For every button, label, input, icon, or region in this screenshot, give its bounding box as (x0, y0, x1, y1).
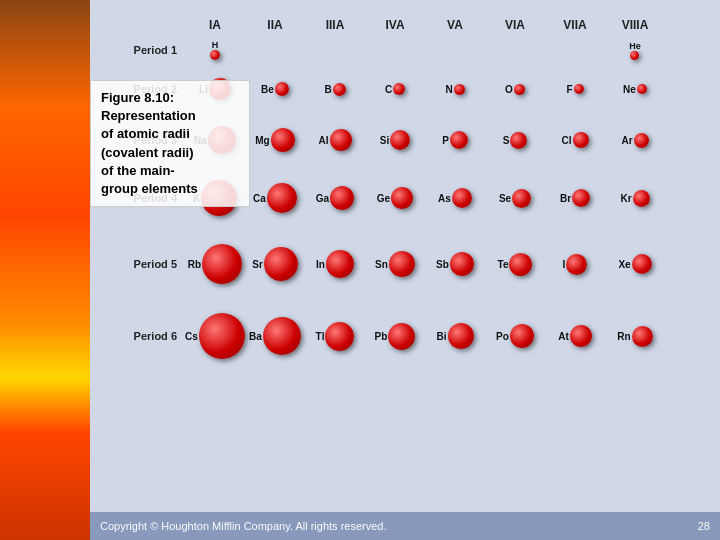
col-header-IIA: IIA (245, 18, 305, 32)
cell-p5-c4: Sb (425, 230, 485, 298)
period-row-1: Period 1HHe (110, 36, 710, 64)
col-headers-row: IAIIAIIIAIVAVAVIAVIIAVIIIA (185, 18, 710, 32)
period-row-6: Period 6CsBaTlPbBiPoAtRn (110, 300, 710, 372)
elem-sym-Mg: Mg (255, 135, 269, 146)
elem-wrapper-In: In (316, 250, 354, 278)
atom-Pb (388, 323, 415, 350)
elem-top-label-H: H (212, 40, 219, 50)
elem-sym-Ga: Ga (316, 193, 329, 204)
elem-sym-Be: Be (261, 84, 274, 95)
elem-wrapper-Ge: Ge (377, 187, 413, 209)
elem-sym-Ne: Ne (623, 84, 636, 95)
elem-wrapper-H: H (210, 40, 220, 60)
elem-wrapper-O: O (505, 84, 525, 95)
cell-p6-c5: Po (485, 300, 545, 372)
caption-line1: Representation (101, 108, 196, 123)
elem-sym-C: C (385, 84, 392, 95)
elem-wrapper-Br: Br (560, 189, 590, 207)
cell-p6-c6: At (545, 300, 605, 372)
elem-sym-As: As (438, 193, 451, 204)
elem-sym-I: I (563, 259, 566, 270)
elem-wrapper-I: I (563, 254, 588, 275)
cell-p2-c2: B (305, 66, 365, 112)
cell-p1-c0: H (185, 36, 245, 64)
elem-wrapper-Al: Al (319, 129, 352, 151)
cell-p6-c7: Rn (605, 300, 665, 372)
elem-wrapper-Te: Te (498, 253, 533, 276)
atom-Al (330, 129, 352, 151)
cell-p3-c6: Cl (545, 114, 605, 166)
atom-In (326, 250, 354, 278)
elem-sym-In: In (316, 259, 325, 270)
caption-line2: of atomic radii (101, 126, 190, 141)
elem-wrapper-S: S (503, 132, 528, 149)
elem-sym-Rb: Rb (188, 259, 201, 270)
elem-sym-Pb: Pb (375, 331, 388, 342)
elem-wrapper-Pb: Pb (375, 323, 416, 350)
footer: Copyright © Houghton Mifflin Company. Al… (90, 512, 720, 540)
elem-wrapper-Ar: Ar (621, 133, 648, 148)
elem-sym-Ge: Ge (377, 193, 390, 204)
elem-sym-Xe: Xe (618, 259, 630, 270)
cell-p3-c4: P (425, 114, 485, 166)
atom-Ba (263, 317, 301, 355)
copyright-text: Copyright © Houghton Mifflin Company. Al… (100, 520, 387, 532)
cell-p2-c6: F (545, 66, 605, 112)
elem-wrapper-Cl: Cl (562, 132, 589, 148)
atom-Ca (267, 183, 297, 213)
col-header-VA: VA (425, 18, 485, 32)
cell-p2-c7: Ne (605, 66, 665, 112)
atom-Kr (633, 190, 650, 207)
cell-p2-c1: Be (245, 66, 305, 112)
col-header-VIA: VIA (485, 18, 545, 32)
elem-wrapper-C: C (385, 83, 405, 95)
atom-Rn (632, 326, 653, 347)
elem-sym-P: P (442, 135, 449, 146)
elem-sym-Po: Po (496, 331, 509, 342)
elem-wrapper-Rn: Rn (617, 326, 652, 347)
cell-p3-c7: Ar (605, 114, 665, 166)
atom-Cs (199, 313, 245, 359)
elem-wrapper-He: He (629, 41, 641, 60)
elem-wrapper-Bi: Bi (437, 323, 474, 349)
elem-sym-Se: Se (499, 193, 511, 204)
atom-Ga (330, 186, 354, 210)
elem-wrapper-Se: Se (499, 189, 531, 208)
atom-Se (512, 189, 531, 208)
cell-p4-c4: As (425, 168, 485, 228)
elem-wrapper-Si: Si (380, 130, 410, 150)
cell-p5-c1: Sr (245, 230, 305, 298)
period-label-1: Period 1 (110, 44, 185, 56)
atom-As (452, 188, 472, 208)
elem-sym-Kr: Kr (620, 193, 631, 204)
elem-sym-Sb: Sb (436, 259, 449, 270)
cell-p3-c3: Si (365, 114, 425, 166)
cell-p5-c3: Sn (365, 230, 425, 298)
atom-Ar (634, 133, 649, 148)
fire-background (0, 0, 90, 540)
elem-sym-S: S (503, 135, 510, 146)
cell-p6-c3: Pb (365, 300, 425, 372)
atom-P (450, 131, 468, 149)
cell-p3-c2: Al (305, 114, 365, 166)
elem-wrapper-Sn: Sn (375, 251, 415, 277)
elem-sym-Cl: Cl (562, 135, 572, 146)
atom-C (393, 83, 405, 95)
caption-line3: (covalent radii) (101, 145, 193, 160)
col-header-VIIA: VIIA (545, 18, 605, 32)
cell-p4-c2: Ga (305, 168, 365, 228)
atom-At (570, 325, 592, 347)
elem-wrapper-At: At (558, 325, 592, 347)
atom-Tl (325, 322, 354, 351)
atom-S (510, 132, 527, 149)
atom-Bi (448, 323, 474, 349)
cell-p5-c6: I (545, 230, 605, 298)
atom-B (333, 83, 346, 96)
cell-p4-c3: Ge (365, 168, 425, 228)
period-label-6: Period 6 (110, 330, 185, 342)
cell-p6-c2: Tl (305, 300, 365, 372)
elem-sym-Te: Te (498, 259, 509, 270)
cell-p1-c6 (545, 36, 605, 64)
elem-wrapper-Rb: Rb (188, 244, 242, 284)
elem-wrapper-Sr: Sr (252, 247, 298, 281)
